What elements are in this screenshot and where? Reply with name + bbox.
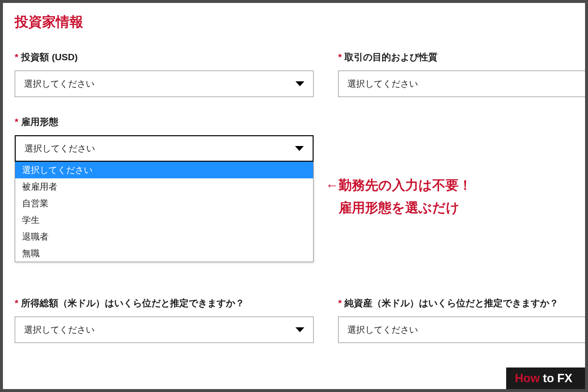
dropdown-option[interactable]: 被雇用者 (15, 178, 313, 195)
label-text: 雇用形態 (21, 116, 58, 128)
form-row-3: * 所得総額（米ドル）はいくら位だと推定できますか？ 選択してください * 純資… (15, 297, 585, 343)
select-value: 選択してください (24, 78, 95, 90)
annotation-callout: ←勤務先の入力は不要！ 雇用形態を選ぶだけ (325, 174, 472, 220)
field-employment: * 雇用形態 選択してください 選択してください 被雇用者 自営業 学生 退職者… (15, 116, 314, 162)
label-trading-purpose: * 取引の目的および性質 (338, 51, 588, 64)
required-asterisk: * (15, 298, 18, 309)
dropdown-list-employment: 選択してください 被雇用者 自営業 学生 退職者 無職 (15, 162, 314, 262)
select-investment-amount[interactable]: 選択してください (15, 71, 314, 97)
field-income: * 所得総額（米ドル）はいくら位だと推定できますか？ 選択してください (15, 297, 314, 343)
label-networth: * 純資産（米ドル）はいくら位だと推定できますか？ (338, 297, 588, 310)
select-value: 選択してください (347, 78, 418, 90)
select-employment[interactable]: 選択してください (15, 135, 314, 162)
label-income: * 所得総額（米ドル）はいくら位だと推定できますか？ (15, 297, 314, 310)
required-asterisk: * (338, 298, 342, 309)
form-row-2: * 雇用形態 選択してください 選択してください 被雇用者 自営業 学生 退職者… (15, 116, 585, 162)
watermark-tofx: to FX (543, 371, 572, 385)
label-text: 投資額 (USD) (21, 51, 77, 64)
select-income[interactable]: 選択してください (15, 317, 314, 343)
select-networth[interactable]: 選択してください (338, 317, 588, 343)
required-asterisk: * (338, 52, 342, 63)
field-trading-purpose: * 取引の目的および性質 選択してください (338, 51, 588, 97)
select-value: 選択してください (24, 324, 95, 336)
dropdown-option[interactable]: 退職者 (15, 228, 313, 245)
label-employment: * 雇用形態 (15, 116, 314, 128)
dropdown-option[interactable]: 学生 (15, 212, 313, 228)
label-text: 取引の目的および性質 (344, 51, 438, 64)
section-title: 投資家情報 (15, 13, 585, 31)
dropdown-option[interactable]: 自営業 (15, 195, 313, 212)
required-asterisk: * (15, 117, 18, 127)
dropdown-employment: 選択してください 選択してください 被雇用者 自営業 学生 退職者 無職 (15, 135, 314, 162)
select-trading-purpose[interactable]: 選択してください (338, 71, 588, 97)
annotation-line2: 雇用形態を選ぶだけ (325, 197, 472, 220)
field-investment-amount: * 投資額 (USD) 選択してください (15, 51, 314, 97)
chevron-down-icon (295, 327, 304, 332)
label-investment-amount: * 投資額 (USD) (15, 51, 314, 64)
watermark-how: How (515, 371, 543, 385)
annotation-line1: ←勤務先の入力は不要！ (325, 174, 472, 197)
field-networth: * 純資産（米ドル）はいくら位だと推定できますか？ 選択してください (338, 297, 588, 343)
dropdown-option[interactable]: 選択してください (15, 162, 313, 178)
form-row-1: * 投資額 (USD) 選択してください * 取引の目的および性質 選択してくだ… (15, 51, 585, 97)
label-text: 所得総額（米ドル）はいくら位だと推定できますか？ (21, 297, 245, 310)
watermark: How to FX (506, 368, 585, 389)
required-asterisk: * (15, 52, 18, 63)
chevron-down-icon (295, 146, 304, 151)
label-text: 純資産（米ドル）はいくら位だと推定できますか？ (344, 297, 559, 310)
select-value: 選択してください (24, 143, 95, 154)
select-value: 選択してください (347, 324, 418, 336)
dropdown-option[interactable]: 無職 (15, 245, 313, 262)
chevron-down-icon (295, 81, 304, 86)
